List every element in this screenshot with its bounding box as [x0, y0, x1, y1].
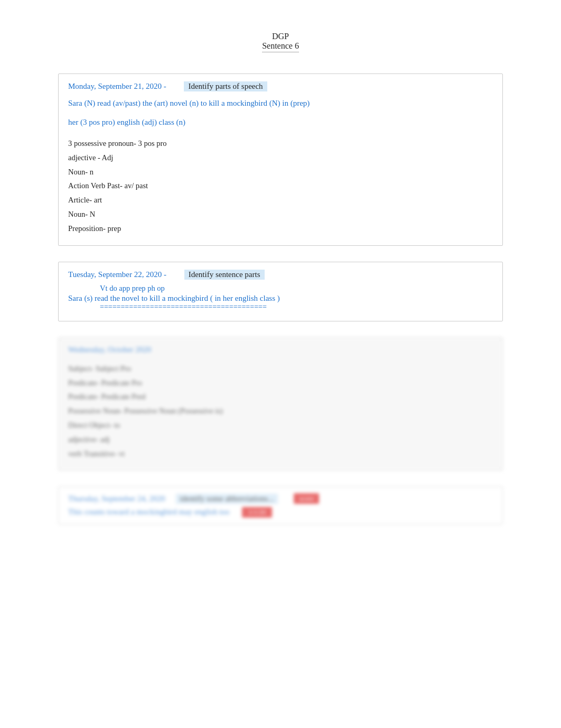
- wednesday-note-7: verb Transitive- vt: [68, 447, 493, 461]
- tuesday-sentence: Sara (s) read the novel to kill a mockin…: [68, 294, 493, 303]
- wednesday-note-1: Subject- Subject Pro: [68, 362, 493, 376]
- tuesday-date: Tuesday, September 22, 2020 -: [68, 270, 166, 279]
- monday-section: Monday, September 21, 2020 - Identify pa…: [58, 73, 503, 246]
- wednesday-note-4: Possessive Noun- Possessive Noun (Posses…: [68, 404, 493, 418]
- page-header: DGP Sentence 6: [58, 32, 503, 52]
- tuesday-task: Identify sentence parts: [184, 270, 265, 280]
- thursday-section: Thursday, September 24, 2020 identify so…: [58, 486, 503, 524]
- wednesday-blurred-wrapper: Wednesday, October 2020 Subject- Subject…: [58, 337, 503, 471]
- tuesday-section: Tuesday, September 22, 2020 - Identify s…: [58, 262, 503, 321]
- wednesday-note-6: adjective- adj: [68, 432, 493, 447]
- thursday-task: identify some abbreviations...: [176, 494, 278, 504]
- thursday-sentence-text: This counts toward a mockingbird may eng…: [68, 508, 229, 516]
- wednesday-note-3: Predicate- Predicate Pred: [68, 390, 493, 404]
- monday-sentence-line1: Sara (N) read (av/past) the (art) novel …: [68, 97, 493, 110]
- tuesday-underline: ========================================: [100, 303, 493, 311]
- monday-note-3: Noun- n: [68, 165, 493, 179]
- thursday-blurred-wrapper: Thursday, September 24, 2020 identify so…: [58, 486, 503, 524]
- wednesday-section: Wednesday, October 2020 Subject- Subject…: [58, 337, 503, 471]
- wednesday-date: Wednesday, October 2020: [68, 345, 151, 354]
- monday-header: Monday, September 21, 2020 - Identify pa…: [68, 81, 493, 91]
- tuesday-header: Tuesday, September 22, 2020 - Identify s…: [68, 270, 493, 280]
- thursday-date: Thursday, September 24, 2020: [68, 494, 165, 503]
- monday-notes: 3 possessive pronoun- 3 pos pro adjectiv…: [68, 136, 493, 236]
- monday-note-5: Article- art: [68, 193, 493, 207]
- thursday-badge: score: [294, 493, 319, 504]
- wednesday-note-5: Direct Object- to: [68, 418, 493, 432]
- wednesday-notes: Subject- Subject Pro Predicate- Predicat…: [68, 362, 493, 461]
- thursday-header-row: Thursday, September 24, 2020 identify so…: [68, 493, 493, 504]
- monday-note-2: adjective - Adj: [68, 151, 493, 165]
- monday-note-4: Action Verb Past- av/ past: [68, 179, 493, 193]
- wednesday-note-2: Predicate- Predicate Pro: [68, 376, 493, 390]
- monday-note-7: Preposition- prep: [68, 222, 493, 236]
- monday-note-6: Noun- N: [68, 207, 493, 222]
- monday-line2-text: her (3 pos pro) english (adj) class (n): [68, 118, 185, 126]
- monday-sentence-line2: her (3 pos pro) english (adj) class (n): [68, 116, 493, 130]
- monday-note-1: 3 possessive pronoun- 3 pos pro: [68, 136, 493, 151]
- page-title: DGP: [58, 32, 503, 41]
- wednesday-header: Wednesday, October 2020: [68, 345, 493, 354]
- page-subtitle: Sentence 6: [262, 41, 299, 52]
- monday-line1-text: Sara (N) read (av/past) the (art) novel …: [68, 99, 310, 107]
- monday-task: Identify parts of speech: [184, 81, 267, 91]
- tuesday-labels: Vt do app prep ph op: [100, 284, 493, 293]
- thursday-sentence: This counts toward a mockingbird may eng…: [68, 507, 493, 518]
- monday-date: Monday, September 21, 2020 -: [68, 82, 166, 90]
- thursday-score: 1/1/20: [242, 507, 272, 518]
